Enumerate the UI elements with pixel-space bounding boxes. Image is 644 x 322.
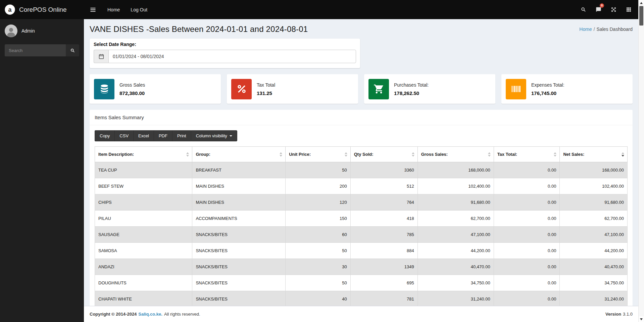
breadcrumb-home-link[interactable]: Home [579,27,592,32]
excel-button[interactable]: Excel [133,130,154,141]
percent-icon [236,84,247,94]
cell-group: MAIN DISHES [192,194,286,211]
breadcrumb-current: Sales Dashboard [597,27,633,32]
username: Admin [21,28,35,34]
info-box-label: Expenses Total: [531,82,564,88]
comments-icon [596,7,601,12]
col-item-description[interactable]: Item Description: [95,147,192,162]
cell-net-sales: 62,700.00 [560,211,628,227]
cell-gross-sales: 168,000.00 [417,162,494,178]
info-box-expenses-total: Expenses Total: 176,745.00 [501,74,633,104]
cell-qty-sold: 418 [350,211,417,227]
info-box-gross-sales: Gross Sales 872,380.00 [90,74,221,104]
cell-item-description: PILAU [95,211,192,227]
scrollbar-down-button[interactable] [639,316,644,322]
cell-qty-sold: 695 [350,275,417,291]
panel-title: Items Sales Summary [90,110,633,125]
cell-item-description: TEA CUP [95,162,192,178]
cell-gross-sales: 47,100.00 [417,227,494,243]
col-net-sales[interactable]: Net Sales: [560,147,628,162]
version-label: Version [605,312,621,317]
date-range-input[interactable] [108,50,356,63]
cell-gross-sales: 44,200.00 [417,243,494,259]
fullscreen-icon [611,7,616,12]
cart-icon [374,84,384,94]
cell-net-sales: 47,100.00 [560,227,628,243]
col-unit-price[interactable]: Unit Price: [286,147,351,162]
print-button[interactable]: Print [172,130,191,141]
nav-link-logout[interactable]: Log Out [125,0,153,19]
date-range-panel: Select Date Range: [90,39,360,68]
cell-gross-sales: 62,700.00 [417,211,494,227]
table-row: DOUGHNUTS SNACKS/BITES 50 695 34,750.00 … [95,275,628,291]
table-header-row: Item Description: Group: Unit Price: [95,147,628,162]
info-box-label: Purchases Total: [394,82,429,88]
cell-unit-price: 30 [286,259,351,275]
navbar-apps-button[interactable] [621,0,636,19]
table-row: SAMOSA SNACKS/BITES 50 884 44,200.00 0.0… [95,243,628,259]
cell-unit-price: 50 [286,243,351,259]
cell-net-sales: 34,750.00 [560,275,628,291]
info-boxes-row: Gross Sales 872,380.00 Tax Total 131.25 [90,74,633,104]
table-row: PILAU ACCOMPANIMENTS 150 418 62,700.00 0… [95,211,628,227]
cell-group: SNACKS/BITES [192,243,286,259]
date-range-group [94,50,356,63]
cell-tax-total: 0.00 [494,291,560,307]
cell-net-sales: 102,400.00 [560,178,628,194]
calendar-addon[interactable] [94,50,108,63]
version-value: 3.1.0 [623,312,633,317]
col-group[interactable]: Group: [192,147,286,162]
cell-item-description: CHAPATI WHITE [95,291,192,307]
company-link[interactable]: Saliq.co.ke. [138,312,162,317]
sort-icon [412,152,414,156]
col-gross-sales[interactable]: Gross Sales: [417,147,494,162]
cell-qty-sold: 3360 [350,162,417,178]
scrollbar-up-button[interactable] [639,0,644,6]
cell-tax-total: 0.00 [494,275,560,291]
search-submit-button[interactable] [66,44,79,56]
calendar-icon [98,53,104,59]
navbar-messages-button[interactable]: 0 [591,0,606,19]
cell-tax-total: 0.00 [494,162,560,178]
items-sales-table: Item Description: Group: Unit Price: [95,146,628,307]
person-icon [5,26,17,37]
copy-button[interactable]: Copy [95,130,114,141]
navbar-fullscreen-button[interactable] [606,0,621,19]
info-box-label: Tax Total [257,82,275,88]
search-input[interactable] [5,44,66,56]
table-row: ANDAZI SNACKS/BITES 30 1349 40,470.00 0.… [95,259,628,275]
scrollbar-thumb[interactable] [639,6,643,26]
nav-link-home[interactable]: Home [102,0,125,19]
navbar-search-button[interactable] [576,0,591,19]
arrow-down-icon [640,318,643,320]
col-tax-total[interactable]: Tax Total: [494,147,560,162]
col-qty-sold[interactable]: Qty Sold: [350,147,417,162]
info-box-label: Gross Sales [119,82,145,88]
cell-tax-total: 0.00 [494,243,560,259]
cell-unit-price: 40 [286,291,351,307]
sort-icon [345,152,347,156]
footer: Copyright © 2014-2024 Saliq.co.ke. All r… [84,306,638,322]
hamburger-icon [90,6,96,13]
cell-tax-total: 0.00 [494,227,560,243]
column-visibility-button[interactable]: Column visibility [191,130,237,141]
sidebar-search [5,44,79,56]
cell-gross-sales: 102,400.00 [417,178,494,194]
sidebar-toggle-button[interactable] [84,0,102,19]
info-box-purchases-total: Purchases Total: 178,262.50 [364,74,495,104]
svg-text:a: a [8,6,12,13]
brand-logo-icon: a [4,4,15,15]
arrow-up-icon [640,2,643,4]
pdf-button[interactable]: PDF [154,130,172,141]
table-row: BEEF STEW MAIN DISHES 200 512 102,400.00… [95,178,628,194]
csv-button[interactable]: CSV [114,130,133,141]
cell-group: SNACKS/BITES [192,291,286,307]
cell-gross-sales: 31,240.00 [417,291,494,307]
top-navbar: a CorePOS Online Home Log Out 0 [0,0,638,19]
cell-item-description: DOUGHNUTS [95,275,192,291]
info-box-value: 131.25 [257,90,275,96]
brand[interactable]: a CorePOS Online [0,0,84,19]
cell-qty-sold: 781 [350,291,417,307]
cell-item-description: ANDAZI [95,259,192,275]
content-header: VANE DISHES -Sales Between 2024-01-01 an… [90,19,633,39]
